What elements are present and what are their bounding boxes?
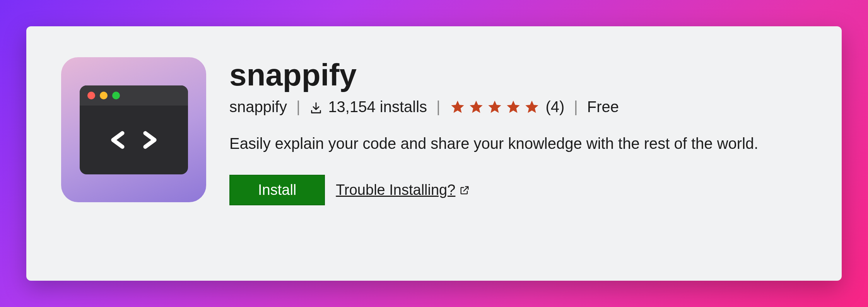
divider: |	[296, 98, 300, 116]
chevron-right-icon	[139, 130, 159, 150]
publisher-name[interactable]: snappify	[229, 98, 287, 116]
price-label: Free	[587, 98, 619, 116]
chevron-left-icon	[108, 130, 128, 150]
extension-title: snappify	[229, 57, 811, 93]
divider: |	[574, 98, 578, 116]
window-titlebar-icon	[80, 85, 188, 106]
code-window-icon	[80, 85, 188, 174]
external-link-icon	[459, 185, 470, 196]
extension-meta-row: snappify | 13,154 installs | (4) | Free	[229, 98, 811, 116]
trouble-installing-label: Trouble Installing?	[336, 182, 455, 198]
extension-icon	[61, 57, 206, 202]
star-icon	[487, 99, 502, 115]
traffic-light-red-icon	[87, 92, 95, 99]
extension-description: Easily explain your code and share your …	[229, 135, 811, 152]
star-icon	[450, 99, 465, 115]
divider: |	[436, 98, 440, 116]
download-icon	[309, 101, 323, 114]
window-body-icon	[80, 106, 188, 174]
rating-count: (4)	[546, 98, 565, 116]
traffic-light-green-icon	[112, 92, 120, 99]
traffic-light-yellow-icon	[100, 92, 108, 99]
installs-group: 13,154 installs	[309, 98, 427, 116]
action-row: Install Trouble Installing?	[229, 175, 811, 205]
extension-details: snappify snappify | 13,154 installs | (4…	[229, 57, 811, 205]
rating-group[interactable]: (4)	[450, 98, 565, 116]
install-button[interactable]: Install	[229, 175, 325, 205]
star-icon	[506, 99, 521, 115]
star-icon	[468, 99, 484, 115]
trouble-installing-link[interactable]: Trouble Installing?	[336, 182, 470, 198]
star-icon	[524, 99, 540, 115]
installs-count: 13,154 installs	[328, 98, 427, 116]
extension-card: snappify snappify | 13,154 installs | (4…	[26, 26, 842, 281]
